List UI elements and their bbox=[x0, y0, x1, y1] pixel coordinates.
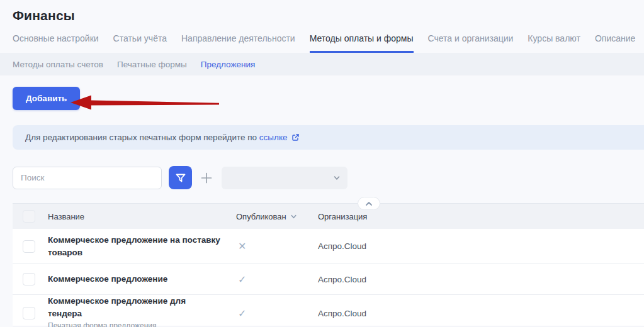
subtab-printed-forms[interactable]: Печатные формы bbox=[117, 60, 187, 69]
not-published-x-icon: ✕ bbox=[236, 240, 318, 252]
filter-controls bbox=[13, 166, 644, 189]
row-organization: Аспро.Cloud bbox=[318, 275, 644, 284]
row-checkbox[interactable] bbox=[23, 307, 35, 319]
external-link-icon[interactable] bbox=[291, 133, 300, 141]
row-name-title: Коммерческое предложение для тендера bbox=[48, 295, 221, 319]
annotation-arrow-icon bbox=[69, 93, 220, 112]
column-header-published: Опубликован bbox=[236, 212, 318, 221]
row-name[interactable]: Коммерческое предложение bbox=[48, 273, 236, 285]
tab-payment-methods-and-forms[interactable]: Методы оплаты и формы bbox=[310, 33, 414, 53]
row-organization: Аспро.Cloud bbox=[318, 309, 644, 318]
row-checkbox[interactable] bbox=[23, 273, 35, 285]
tab-activity-direction[interactable]: Направление деятельности bbox=[181, 33, 295, 53]
table-header-row: Название Опубликован Организация bbox=[13, 204, 644, 229]
table-row: Коммерческое предложение ✓ Аспро.Cloud bbox=[13, 264, 644, 295]
tab-accounting-articles[interactable]: Статьи учёта bbox=[113, 33, 167, 53]
row-organization: Аспро.Cloud bbox=[318, 241, 644, 251]
filter-button[interactable] bbox=[169, 166, 192, 189]
tab-currency-rates[interactable]: Курсы валют bbox=[528, 33, 580, 53]
published-check-icon: ✓ bbox=[236, 274, 318, 285]
page-header: Финансы Основные настройки Статьи учёта … bbox=[0, 0, 644, 53]
info-banner: Для редактирования старых печатных форм … bbox=[13, 125, 644, 150]
add-filter-button[interactable] bbox=[199, 170, 214, 186]
tab-accounts-and-organizations[interactable]: Счета и организации bbox=[428, 33, 514, 53]
tab-main-settings[interactable]: Основные настройки bbox=[13, 33, 99, 53]
filter-dropdown[interactable] bbox=[222, 167, 347, 189]
published-check-icon: ✓ bbox=[236, 308, 318, 319]
column-header-published-label: Опубликован bbox=[236, 212, 286, 221]
add-button[interactable]: Добавить bbox=[13, 87, 80, 110]
page-title: Финансы bbox=[13, 8, 631, 23]
info-banner-link[interactable]: ссылке bbox=[259, 133, 288, 142]
sub-tabs: Методы оплаты счетов Печатные формы Пред… bbox=[0, 53, 644, 75]
search-input[interactable] bbox=[13, 167, 162, 189]
row-name-subtitle: Печатная форма предложения bbox=[48, 321, 221, 327]
subtab-proposals[interactable]: Предложения bbox=[201, 60, 256, 69]
row-name[interactable]: Коммерческое предложение для тендера Печ… bbox=[48, 295, 236, 327]
table-row: Коммерческое предложение на поставку тов… bbox=[13, 229, 644, 264]
funnel-icon bbox=[174, 172, 187, 184]
table-row: Коммерческое предложение для тендера Печ… bbox=[13, 295, 644, 326]
chevron-up-icon bbox=[364, 201, 373, 207]
subtab-invoice-payment-methods[interactable]: Методы оплаты счетов bbox=[13, 60, 103, 69]
plus-icon bbox=[200, 171, 213, 185]
sort-chevron-icon[interactable] bbox=[290, 213, 297, 220]
collapse-table-button[interactable] bbox=[358, 197, 380, 210]
column-header-organization: Организация bbox=[318, 212, 644, 221]
info-banner-text: Для редактирования старых печатных форм … bbox=[25, 133, 257, 142]
row-name[interactable]: Коммерческое предложение на поставку тов… bbox=[48, 234, 236, 258]
tab-description[interactable]: Описание bbox=[595, 33, 635, 53]
main-tabs: Основные настройки Статьи учёта Направле… bbox=[13, 33, 631, 53]
row-checkbox[interactable] bbox=[23, 240, 35, 253]
column-header-name: Название bbox=[48, 212, 236, 221]
select-all-checkbox[interactable] bbox=[23, 210, 35, 223]
proposals-table: Название Опубликован Организация Коммерч… bbox=[13, 203, 644, 326]
chevron-down-icon bbox=[333, 174, 341, 182]
